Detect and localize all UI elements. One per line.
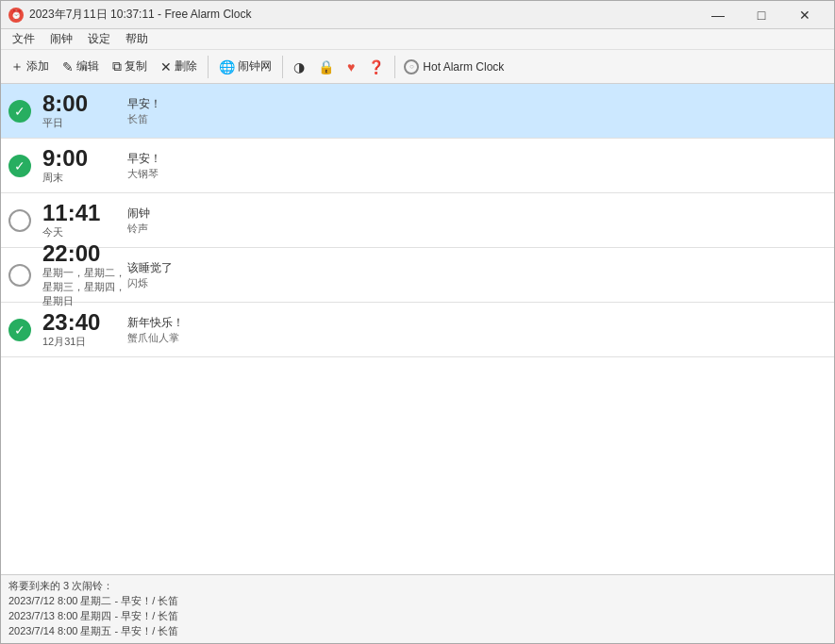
alarm-day: 今天 — [42, 225, 127, 239]
alarm-title: 闹钟 — [127, 206, 827, 222]
lock-icon: 🔒 — [318, 59, 334, 74]
lock-button[interactable]: 🔒 — [312, 54, 340, 80]
theme-button[interactable]: ◑ — [288, 54, 310, 80]
menu-alarm[interactable]: 闹钟 — [42, 30, 80, 49]
delete-label: 删除 — [175, 58, 197, 74]
alarm-time: 22:00 — [42, 241, 127, 266]
main-content: ✓8:00平日早安！长笛✓9:00周末早安！大钢琴11:41今天闹钟铃声22:0… — [1, 84, 834, 574]
menu-help[interactable]: 帮助 — [118, 30, 156, 49]
add-button[interactable]: ＋ 添加 — [5, 54, 55, 80]
toolbar: ＋ 添加 ✎ 编辑 ⧉ 复制 ✕ 删除 🌐 闹钟网 ◑ 🔒 ♥ — [1, 50, 834, 84]
alarm-disabled-icon[interactable] — [8, 264, 31, 287]
status-line-1: 2023/7/12 8:00 星期二 - 早安！/ 长笛 — [8, 594, 827, 608]
alarm-time-col: 8:00平日 — [42, 91, 127, 130]
alarm-row[interactable]: ✓23:4012月31日新年快乐！蟹爪仙人掌 — [1, 303, 834, 357]
edit-label: 编辑 — [76, 58, 99, 74]
toolbar-separator-1 — [208, 56, 209, 78]
add-label: 添加 — [26, 58, 49, 74]
copy-label: 复制 — [125, 58, 147, 74]
alarm-enabled-icon[interactable]: ✓ — [8, 155, 31, 177]
alarm-time-col: 11:41今天 — [42, 201, 127, 239]
alarm-time-col: 9:00周末 — [42, 146, 127, 185]
copy-button[interactable]: ⧉ 复制 — [107, 54, 153, 80]
alarm-day: 星期一，星期二，星期三，星期四，星期日 — [42, 266, 127, 308]
menu-bar: 文件 闹钟 设定 帮助 — [1, 29, 834, 50]
alarm-disabled-icon[interactable] — [8, 209, 31, 232]
alarm-day: 周末 — [42, 171, 127, 185]
alarm-sound: 蟹爪仙人掌 — [127, 331, 827, 345]
alarm-time: 11:41 — [42, 201, 127, 225]
minimize-button[interactable]: — — [696, 1, 740, 29]
status-header: 将要到来的 3 次闹铃： — [8, 579, 827, 593]
alarm-time: 23:40 — [42, 310, 127, 335]
theme-icon: ◑ — [293, 59, 305, 74]
maximize-button[interactable]: □ — [740, 1, 783, 29]
globe-icon: 🌐 — [219, 59, 235, 74]
alarm-row[interactable]: 11:41今天闹钟铃声 — [1, 193, 834, 248]
alarm-details: 早安！大钢琴 — [127, 151, 827, 181]
alarm-row[interactable]: ✓8:00平日早安！长笛 — [1, 84, 834, 139]
copy-icon: ⧉ — [112, 58, 122, 74]
help-button[interactable]: ❓ — [362, 54, 390, 80]
alarm-title: 新年快乐！ — [127, 315, 827, 331]
alarm-details: 闹钟铃声 — [127, 206, 827, 236]
alarm-details: 该睡觉了闪烁 — [127, 260, 827, 290]
delete-icon: ✕ — [160, 59, 172, 74]
alarm-sound: 长笛 — [127, 112, 827, 126]
title-bar: ⏰ 2023年7月11日 10:37:11 - Free Alarm Clock… — [1, 1, 834, 29]
edit-button[interactable]: ✎ 编辑 — [57, 54, 105, 80]
web-link-label: 闹钟网 — [238, 58, 272, 74]
alarm-enabled-icon[interactable]: ✓ — [8, 100, 31, 123]
hot-alarm-icon: ○ — [404, 59, 419, 74]
app-icon: ⏰ — [8, 8, 24, 23]
alarm-day: 12月31日 — [42, 335, 127, 349]
menu-settings[interactable]: 设定 — [80, 30, 118, 49]
toolbar-separator-3 — [394, 56, 395, 78]
title-bar-controls: — □ ✕ — [696, 1, 827, 29]
hot-alarm-label: Hot Alarm Clock — [423, 60, 504, 74]
heart-button[interactable]: ♥ — [342, 54, 360, 80]
alarm-enabled-icon[interactable]: ✓ — [8, 319, 31, 341]
alarm-row[interactable]: ✓9:00周末早安！大钢琴 — [1, 139, 834, 193]
menu-file[interactable]: 文件 — [5, 30, 42, 49]
alarm-sound: 铃声 — [127, 222, 827, 236]
edit-icon: ✎ — [62, 59, 74, 74]
help-icon: ❓ — [368, 59, 384, 74]
status-bar: 将要到来的 3 次闹铃： 2023/7/12 8:00 星期二 - 早安！/ 长… — [1, 574, 834, 643]
title-bar-text: 2023年7月11日 10:37:11 - Free Alarm Clock — [29, 7, 696, 23]
alarm-time-col: 22:00星期一，星期二，星期三，星期四，星期日 — [42, 241, 127, 308]
delete-button[interactable]: ✕ 删除 — [155, 54, 203, 80]
alarm-day: 平日 — [42, 116, 127, 130]
alarm-row[interactable]: 22:00星期一，星期二，星期三，星期四，星期日该睡觉了闪烁 — [1, 248, 834, 303]
status-line-3: 2023/7/14 8:00 星期五 - 早安！/ 长笛 — [8, 624, 827, 638]
add-icon: ＋ — [10, 58, 24, 75]
alarm-title: 该睡觉了 — [127, 260, 827, 276]
alarm-title: 早安！ — [127, 151, 827, 167]
alarm-time: 8:00 — [42, 91, 127, 116]
main-window: ⏰ 2023年7月11日 10:37:11 - Free Alarm Clock… — [0, 0, 835, 644]
heart-icon: ♥ — [347, 59, 355, 74]
alarm-sound: 闪烁 — [127, 276, 827, 290]
close-button[interactable]: ✕ — [783, 1, 827, 29]
alarm-list: ✓8:00平日早安！长笛✓9:00周末早安！大钢琴11:41今天闹钟铃声22:0… — [1, 84, 834, 574]
web-link-button[interactable]: 🌐 闹钟网 — [213, 54, 277, 80]
alarm-details: 早安！长笛 — [127, 96, 827, 126]
alarm-sound: 大钢琴 — [127, 167, 827, 181]
status-line-2: 2023/7/13 8:00 星期四 - 早安！/ 长笛 — [8, 609, 827, 623]
toolbar-separator-2 — [282, 56, 283, 78]
alarm-title: 早安！ — [127, 96, 827, 112]
alarm-time: 9:00 — [42, 146, 127, 171]
alarm-details: 新年快乐！蟹爪仙人掌 — [127, 315, 827, 345]
hot-alarm-link[interactable]: ○ Hot Alarm Clock — [404, 59, 504, 74]
alarm-time-col: 23:4012月31日 — [42, 310, 127, 349]
